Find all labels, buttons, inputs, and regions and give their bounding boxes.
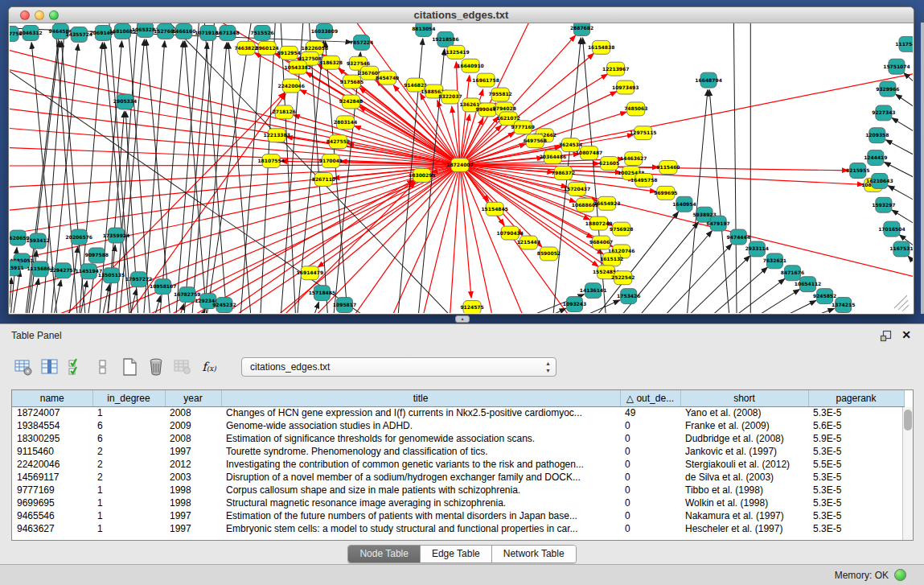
graph-node-label: 18226058 <box>302 45 328 51</box>
graph-node-label: 1615132 <box>600 256 623 262</box>
table-mode-icon[interactable] <box>11 356 35 378</box>
graph-edge-black[interactable] <box>146 39 171 313</box>
graph-edge-red[interactable] <box>460 165 613 225</box>
graph-node-label: 8267110 <box>312 176 335 182</box>
graph-node-label: 15718485 <box>309 290 335 295</box>
graph-node-label: 15720437 <box>564 186 590 192</box>
table-cell: de Silva et al. (2003) <box>680 471 808 484</box>
graph-edge-black[interactable] <box>908 256 913 274</box>
table-cell: 6 <box>92 432 165 445</box>
graph-edge-red[interactable] <box>460 72 913 165</box>
graph-edge-black[interactable] <box>260 23 276 313</box>
tab-node-table[interactable]: Node Table <box>348 546 421 562</box>
table-panel-header: Table Panel ✕ <box>0 324 924 347</box>
graph-node-label: 3915911 <box>10 265 24 270</box>
function-builder-icon[interactable]: f(x) <box>197 356 221 378</box>
tab-network-table[interactable]: Network Table <box>492 546 576 562</box>
delete-table-icon[interactable] <box>170 356 195 378</box>
graph-edge-black[interactable] <box>310 302 318 313</box>
memory-indicator-icon[interactable] <box>894 569 906 581</box>
column-header[interactable]: short <box>680 390 808 406</box>
graph-edge-black[interactable] <box>709 89 730 313</box>
deselect-all-icon[interactable] <box>91 356 115 378</box>
column-header[interactable]: △ out_de... <box>620 390 680 406</box>
table-row[interactable]: 2242004622012Investigating the contribut… <box>12 458 904 471</box>
table-cell: 9463627 <box>12 522 92 535</box>
graph-edge-black[interactable] <box>203 23 228 313</box>
node-table: namein_degreeyeartitle△ out_de...shortpa… <box>11 389 914 541</box>
graph-edge-black[interactable] <box>892 118 913 139</box>
table-row[interactable]: 1938455462009Genome-wide association stu… <box>12 419 904 432</box>
table-select-dropdown[interactable]: citations_edges.txt ▲▼ <box>241 357 556 377</box>
table-panel-title: Table Panel <box>11 330 62 341</box>
graph-edge-black[interactable] <box>240 43 261 313</box>
new-column-icon[interactable] <box>117 356 142 378</box>
graph-edge-black[interactable] <box>526 308 565 313</box>
column-header[interactable]: in_degree <box>92 390 165 406</box>
window-titlebar[interactable]: citations_edges.txt <box>9 7 914 23</box>
graph-edge-black[interactable] <box>10 278 11 307</box>
graph-edge-black[interactable] <box>630 231 713 313</box>
graph-edge-black[interactable] <box>720 278 785 313</box>
column-header[interactable]: year <box>165 390 221 406</box>
graph-edge-black[interactable] <box>762 300 816 313</box>
table-row[interactable]: 1456911722003Disruption of a novel membe… <box>12 471 904 484</box>
graph-edge-red[interactable] <box>58 93 285 313</box>
table-cell: 0 <box>620 522 680 535</box>
float-panel-icon[interactable] <box>880 330 892 342</box>
network-canvas[interactable]: 1872400719377502046312946458414355724206… <box>10 23 913 313</box>
graph-edge-black[interactable] <box>152 296 161 313</box>
table-row[interactable]: 969969511998Structural magnetic resonanc… <box>12 496 904 509</box>
canvas-resize-handle[interactable] <box>902 305 909 311</box>
table-cell: Investigating the contribution of common… <box>221 458 620 471</box>
canvas-resize-handle[interactable] <box>898 300 908 310</box>
close-panel-icon[interactable]: ✕ <box>901 328 911 341</box>
graph-edge-black[interactable] <box>143 41 165 313</box>
graph-edge-red[interactable] <box>460 165 471 298</box>
graph-edge-black[interactable] <box>885 140 913 161</box>
select-all-icon[interactable] <box>64 356 88 378</box>
graph-node-label: 6479197 <box>706 220 729 226</box>
table-scrollbar[interactable] <box>902 407 913 540</box>
graph-edge-red[interactable] <box>460 165 913 279</box>
graph-edge-black[interactable] <box>698 267 767 313</box>
table-cell: 9115460 <box>12 445 92 458</box>
column-header[interactable]: pagerank <box>808 390 904 406</box>
graph-edge-red[interactable] <box>349 165 460 313</box>
graph-edge-red[interactable] <box>10 47 460 165</box>
table-cell: 5.9E-5 <box>808 432 904 445</box>
graph-node-label: 10807487 <box>576 150 602 155</box>
table-row[interactable]: 1872400712008Changes of HCN gene express… <box>12 406 904 419</box>
graph-node-label: 18300295 <box>409 172 435 178</box>
table-cell: 0 <box>620 496 680 509</box>
graph-node-label: 16648794 <box>695 77 721 83</box>
graph-node-label: 1374215 <box>832 302 855 307</box>
delete-column-icon[interactable] <box>144 356 168 378</box>
table-row[interactable]: 977716911998Corpus callosum shape and si… <box>12 484 904 496</box>
table-cell: 1 <box>92 509 165 522</box>
graph-node-label: 8471676 <box>781 270 804 275</box>
column-header[interactable]: title <box>221 390 620 406</box>
graph-node-label: 15751074 <box>883 64 910 69</box>
graph-edge-red[interactable] <box>460 117 499 165</box>
graph-node-label: 8186328 <box>319 60 343 65</box>
graph-edge-black[interactable] <box>228 43 252 313</box>
panel-splitter-grip[interactable]: ▴ <box>455 315 470 323</box>
column-visibility-icon[interactable] <box>38 356 62 378</box>
graph-edge-black[interactable] <box>896 94 913 114</box>
table-row[interactable]: 1830029562008Estimation of significance … <box>12 432 904 445</box>
graph-node-label: 16210643 <box>866 178 893 183</box>
table-row[interactable]: 946362711997Embryonic stem cells: a mode… <box>12 522 904 535</box>
graph-node-label: 7986372 <box>552 170 575 175</box>
column-header[interactable]: name <box>12 390 92 406</box>
graph-node-label: 7955812 <box>489 92 512 97</box>
graph-edge-black[interactable] <box>739 290 799 313</box>
tab-edge-table[interactable]: Edge Table <box>421 546 492 562</box>
canvas-resize-handle[interactable] <box>894 295 907 308</box>
graph-edge-red[interactable] <box>34 165 460 313</box>
graph-node-label: 8813054 <box>412 26 435 31</box>
graph-node-label: 10973493 <box>612 84 639 90</box>
table-scrollbar-thumb[interactable] <box>904 410 912 431</box>
table-row[interactable]: 911546021997Tourette syndrome. Phenomeno… <box>12 445 904 458</box>
table-row[interactable]: 946554611997Estimation of the future num… <box>12 509 904 522</box>
